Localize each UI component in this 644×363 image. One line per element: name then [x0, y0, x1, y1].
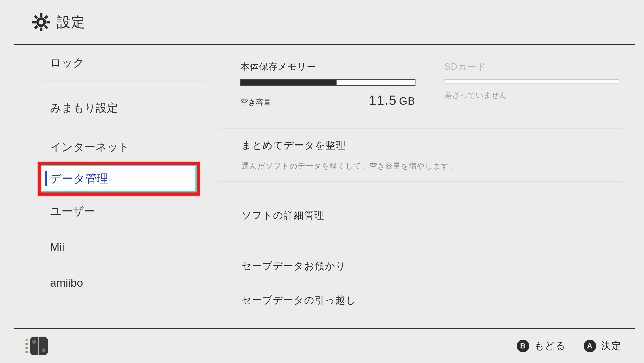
player-dots — [26, 339, 28, 353]
content: 本体保存メモリー 空き容量 11.5GB SDカード — [209, 45, 635, 328]
sidebar-item-parental[interactable]: みまもり設定 — [14, 86, 209, 130]
svg-rect-5 — [44, 15, 48, 19]
sidebar-item-label: amiibo — [50, 276, 83, 289]
ok-label: 決定 — [601, 339, 622, 352]
storage-bar-fill — [241, 80, 336, 85]
sidebar-item-label: みまもり設定 — [50, 101, 118, 116]
svg-rect-2 — [40, 28, 42, 31]
menu-list: まとめてデータを整理 選んだソフトのデータを軽くして、空き容量を増やします。 ソ… — [219, 128, 622, 307]
page-title: 設定 — [57, 13, 86, 32]
divider — [41, 301, 206, 301]
svg-rect-1 — [40, 13, 42, 17]
sidebar-item-label: インターネット — [50, 140, 130, 155]
menu-item-quick-archive[interactable]: まとめてデータを整理 選んだソフトのデータを軽くして、空き容量を増やします。 — [219, 128, 622, 182]
divider — [41, 81, 206, 81]
storage-title: SDカード — [444, 61, 620, 73]
svg-rect-6 — [34, 25, 38, 29]
svg-point-0 — [38, 19, 45, 26]
storage-bar — [240, 79, 416, 86]
b-button-icon: B — [517, 340, 529, 352]
menu-item-save-cloud[interactable]: セーブデータお預かり — [219, 249, 622, 283]
sidebar-item-internet[interactable]: インターネット — [14, 130, 209, 164]
svg-rect-7 — [34, 15, 38, 19]
sidebar-item-label: データ管理 — [50, 171, 109, 186]
storage-row: 本体保存メモリー 空き容量 11.5GB SDカード — [240, 61, 620, 108]
menu-item-transfer-save[interactable]: セーブデータの引っ越し — [219, 283, 622, 307]
controller-indicator — [26, 336, 48, 355]
storage-info: 差さっていません — [444, 90, 620, 101]
free-space-label: 空き容量 — [240, 97, 271, 107]
sidebar-item-lock[interactable]: ロック — [14, 45, 209, 81]
footer: B もどる A 決定 — [14, 328, 635, 363]
svg-rect-4 — [46, 21, 50, 23]
gear-icon — [32, 13, 50, 31]
storage-title: 本体保存メモリー — [240, 61, 416, 73]
menu-item-title: セーブデータお預かり — [242, 259, 346, 273]
a-button-icon: A — [584, 340, 596, 352]
menu-item-desc: 選んだソフトのデータを軽くして、空き容量を増やします。 — [242, 161, 457, 171]
svg-rect-8 — [44, 25, 48, 29]
menu-item-title: セーブデータの引っ越し — [242, 294, 356, 307]
footer-buttons: B もどる A 決定 — [517, 339, 622, 352]
sidebar-item-amiibo[interactable]: amiibo — [14, 265, 209, 301]
sidebar: ロック みまもり設定 インターネット データ管理 ユーザー — [14, 45, 209, 328]
header: 設定 — [14, 0, 635, 45]
storage-info: 空き容量 11.5GB — [240, 92, 416, 108]
sidebar-item-mii[interactable]: Mii — [14, 229, 209, 265]
sidebar-item-label: ユーザー — [50, 204, 95, 219]
back-label: もどる — [534, 339, 566, 352]
svg-rect-3 — [32, 21, 36, 23]
ok-button[interactable]: A 決定 — [584, 339, 622, 352]
sidebar-item-data-management[interactable]: データ管理 — [39, 164, 198, 193]
cursor-indicator — [45, 171, 47, 186]
sd-card-block: SDカード 差さっていません — [444, 61, 620, 108]
settings-screen: 設定 ロック みまもり設定 インターネット データ管理 — [0, 0, 644, 363]
sidebar-item-label: ロック — [50, 55, 84, 70]
main: ロック みまもり設定 インターネット データ管理 ユーザー — [14, 45, 635, 328]
free-space-value: 11.5GB — [369, 92, 415, 108]
joycon-icon — [30, 336, 48, 355]
menu-item-title: まとめてデータを整理 — [242, 139, 346, 152]
system-memory-block: 本体保存メモリー 空き容量 11.5GB — [240, 61, 416, 108]
sidebar-item-label: Mii — [50, 241, 64, 254]
sidebar-item-users[interactable]: ユーザー — [14, 193, 209, 229]
storage-bar — [444, 79, 620, 84]
menu-item-title: ソフトの詳細管理 — [242, 209, 325, 222]
menu-item-manage-software[interactable]: ソフトの詳細管理 — [219, 182, 622, 249]
sd-status: 差さっていません — [444, 90, 507, 101]
back-button[interactable]: B もどる — [517, 339, 566, 352]
